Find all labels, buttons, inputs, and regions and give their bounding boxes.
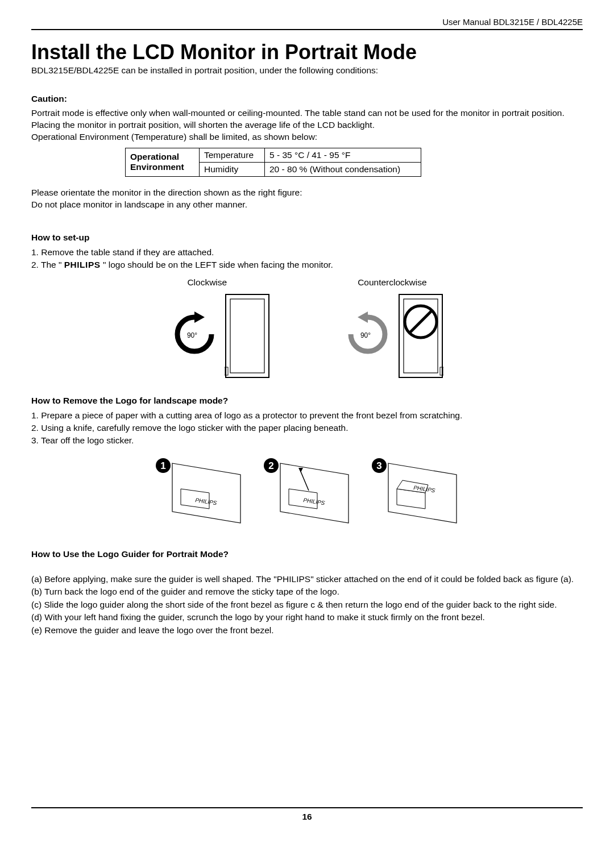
clockwise-diagram: 90° (171, 293, 270, 379)
guider-step-e: (e) Remove the guider and leave the logo… (31, 624, 583, 637)
header-manual: User Manual BDL3215E / BDL4225E (31, 17, 583, 30)
svg-line-8 (409, 310, 432, 333)
logo-guider-heading: How to Use the Logo Guider for Portrait … (31, 549, 583, 559)
angle-text: 90° (187, 331, 197, 339)
remove-logo-step-1: 1. Prepare a piece of paper with a cutti… (31, 409, 583, 422)
setup-heading: How to set-up (31, 232, 583, 243)
counterclockwise-arrow-icon: 90° (344, 310, 392, 362)
guider-step-c: (c) Slide the logo guider along the shor… (31, 599, 583, 611)
guider-step-d: (d) With your left hand fixing the guide… (31, 611, 583, 624)
env-temp-value: 5 - 35 °C / 41 - 95 °F (265, 148, 421, 162)
logo-figure-3: 3 PHILIPS (371, 458, 459, 529)
env-humidity-label: Humidity (200, 162, 265, 176)
svg-rect-1 (226, 294, 269, 377)
orientate-line-2: Do not place monitor in landscape in any… (31, 199, 583, 211)
caution-line-1: Portrait mode is effective only when wal… (31, 107, 583, 119)
counterclockwise-label: Counterclockwise (358, 277, 426, 288)
page-subtitle: BDL3215E/BDL4225E can be installed in po… (31, 65, 583, 76)
env-humidity-value: 20 - 80 % (Without condensation) (265, 162, 421, 176)
philips-logo-text: PHILIPS (64, 260, 101, 269)
monitor-portrait-prohibited-icon (398, 293, 443, 379)
logo-figure-1: 1 PHILIPS (155, 458, 243, 529)
setup-step-2-post: " logo should be on the LEFT side when f… (101, 260, 333, 269)
svg-rect-2 (230, 299, 264, 373)
remove-logo-heading: How to Remove the Logo for landscape mod… (31, 396, 583, 406)
clockwise-arrow-icon: 90° (171, 310, 219, 362)
svg-marker-0 (194, 312, 205, 323)
figure-number-2: 2 (268, 460, 273, 471)
clockwise-label: Clockwise (187, 277, 227, 288)
env-row-head: Operational Environment (126, 148, 200, 176)
setup-step-1: 1. Remove the table stand if they are at… (31, 246, 583, 259)
environment-table: Operational Environment Temperature 5 - … (125, 148, 421, 177)
angle-text-2: 90° (360, 331, 371, 339)
page-number: 16 (31, 807, 583, 822)
caution-heading: Caution: (31, 94, 583, 104)
guider-step-b: (b) Turn back the logo end of the guider… (31, 585, 583, 598)
guider-step-a: (a) Before applying, make sure the guide… (31, 573, 583, 585)
monitor-portrait-icon (225, 293, 270, 379)
page-title: Install the LCD Monitor in Portrait Mode (31, 40, 583, 64)
remove-logo-step-2: 2. Using a knife, carefully remove the l… (31, 422, 583, 434)
rotation-diagrams: 90° 90° (31, 293, 583, 379)
svg-marker-4 (358, 312, 368, 323)
caution-line-3: Operational Environment (Temperature) sh… (31, 131, 583, 143)
figure-number-3: 3 (376, 460, 381, 471)
figure-number-1: 1 (160, 460, 165, 471)
setup-step-2: 2. The " PHILIPS " logo should be on the… (31, 259, 583, 271)
logo-removal-figures: 1 PHILIPS 2 PHILIPS 3 PHILIPS (31, 458, 583, 529)
env-temp-label: Temperature (200, 148, 265, 162)
orientate-line-1: Please orientate the monitor in the dire… (31, 187, 583, 199)
counterclockwise-diagram: 90° (344, 293, 443, 379)
setup-step-2-pre: 2. The " (31, 260, 64, 269)
remove-logo-step-3: 3. Tear off the logo sticker. (31, 434, 583, 447)
caution-line-2: Placing the monitor in portrait position… (31, 119, 583, 131)
logo-figure-2: 2 PHILIPS (263, 458, 351, 529)
